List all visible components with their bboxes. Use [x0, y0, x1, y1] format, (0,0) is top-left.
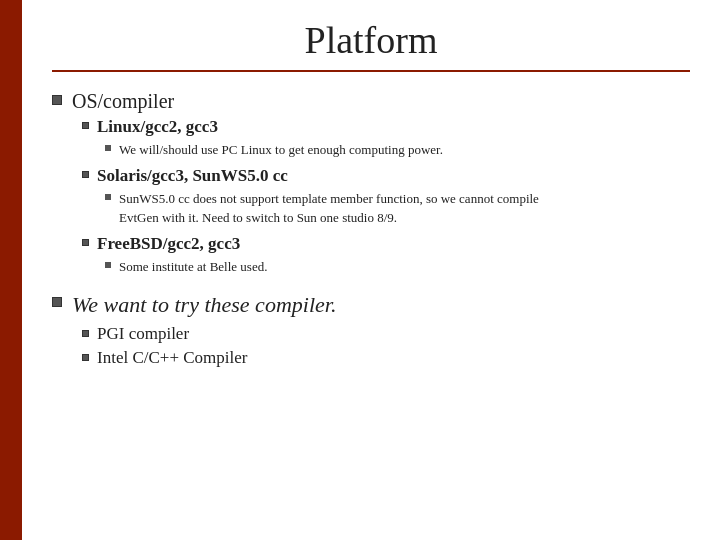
main-item-os-label: OS/compiler [72, 90, 174, 112]
detail-item-solaris-1: SunWS5.0 cc does not support template me… [105, 189, 690, 228]
detail-item-linux-1: We will/should use PC Linux to get enoug… [105, 140, 690, 160]
main-item-os-content: OS/compiler Linux/gcc2, gcc3 We will/sh [72, 90, 690, 282]
main-list: OS/compiler Linux/gcc2, gcc3 We will/sh [52, 90, 690, 372]
detail-text-solaris-wrapper: SunWS5.0 cc does not support template me… [119, 189, 539, 228]
bullet-freebsd [82, 239, 89, 246]
bullet-square-os [52, 95, 62, 105]
second-sub-item-intel: Intel C/C++ Compiler [82, 348, 690, 368]
sub-item-freebsd: FreeBSD/gcc2, gcc3 Some institute at Bel… [82, 234, 690, 279]
second-sub-label-pgi: PGI compiler [97, 324, 189, 344]
second-main-label: We want to try these compiler. [72, 292, 336, 317]
detail-text-solaris-2: EvtGen with it. Need to switch to Sun on… [119, 210, 397, 225]
second-sub-label-intel: Intel C/C++ Compiler [97, 348, 247, 368]
bullet-detail-linux-1 [105, 145, 111, 151]
main-item-try-content: We want to try these compiler. PGI compi… [72, 292, 690, 372]
detail-text-freebsd-1: Some institute at Belle used. [119, 257, 267, 277]
left-accent-bar [0, 0, 22, 540]
detail-list-solaris: SunWS5.0 cc does not support template me… [97, 189, 690, 228]
sub-item-solaris: Solaris/gcc3, SunWS5.0 cc SunWS5.0 cc do… [82, 166, 690, 230]
second-sub-list: PGI compiler Intel C/C++ Compiler [72, 324, 690, 368]
main-item-try: We want to try these compiler. PGI compi… [52, 292, 690, 372]
bullet-pgi [82, 330, 89, 337]
title-section: Platform [52, 10, 690, 72]
bullet-detail-freebsd-1 [105, 262, 111, 268]
second-sub-item-pgi: PGI compiler [82, 324, 690, 344]
bullet-solaris [82, 171, 89, 178]
sub-item-linux-label: Linux/gcc2, gcc3 [97, 117, 218, 136]
slide-title: Platform [52, 10, 690, 66]
sub-item-solaris-content: Solaris/gcc3, SunWS5.0 cc SunWS5.0 cc do… [97, 166, 690, 230]
sub-item-linux-content: Linux/gcc2, gcc3 We will/should use PC L… [97, 117, 690, 162]
sub-item-linux: Linux/gcc2, gcc3 We will/should use PC L… [82, 117, 690, 162]
bullet-intel [82, 354, 89, 361]
sub-item-freebsd-content: FreeBSD/gcc2, gcc3 Some institute at Bel… [97, 234, 690, 279]
bullet-detail-solaris-1 [105, 194, 111, 200]
sub-list-os: Linux/gcc2, gcc3 We will/should use PC L… [72, 117, 690, 278]
main-item-os: OS/compiler Linux/gcc2, gcc3 We will/sh [52, 90, 690, 282]
detail-text-solaris-1: SunWS5.0 cc does not support template me… [119, 191, 539, 206]
sub-item-freebsd-label: FreeBSD/gcc2, gcc3 [97, 234, 240, 253]
detail-list-freebsd: Some institute at Belle used. [97, 257, 690, 277]
slide-content: Platform OS/compiler Linux/gcc2, gcc3 [22, 0, 720, 402]
sub-item-solaris-label: Solaris/gcc3, SunWS5.0 cc [97, 166, 288, 185]
detail-item-freebsd-1: Some institute at Belle used. [105, 257, 690, 277]
slide: Platform OS/compiler Linux/gcc2, gcc3 [0, 0, 720, 540]
bullet-square-try [52, 297, 62, 307]
detail-list-linux: We will/should use PC Linux to get enoug… [97, 140, 690, 160]
bullet-linux [82, 122, 89, 129]
detail-text-linux-1: We will/should use PC Linux to get enoug… [119, 140, 443, 160]
